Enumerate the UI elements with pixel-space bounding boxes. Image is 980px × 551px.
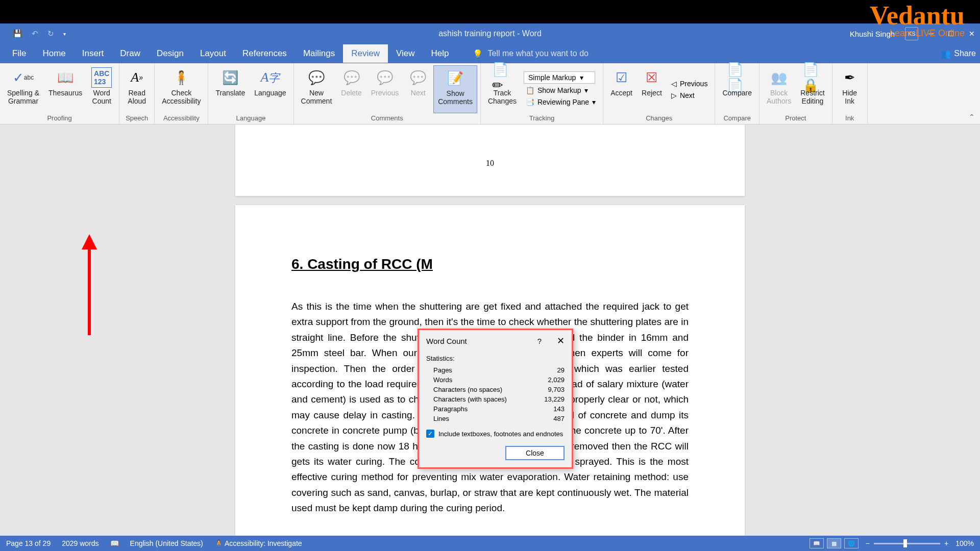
markup-dropdown[interactable]: Simple Markup ▾ [524, 71, 595, 84]
word-count-button[interactable]: ABC123Word Count [87, 65, 116, 113]
tab-home[interactable]: Home [34, 44, 74, 63]
statistics-label: Statistics: [426, 355, 565, 362]
ribbon: ✓abcSpelling & Grammar 📖Thesaurus ABC123… [0, 63, 980, 124]
tab-mailings[interactable]: Mailings [295, 44, 343, 63]
previous-change-button[interactable]: ◁ Previous [669, 79, 709, 89]
tab-design[interactable]: Design [149, 44, 192, 63]
stat-words: Words2,029 [426, 375, 565, 385]
next-comment-icon: 💬 [408, 67, 428, 88]
accept-button[interactable]: ☑Accept [606, 65, 636, 113]
tab-view[interactable]: View [388, 44, 423, 63]
prev-comment-icon: 💬 [375, 67, 395, 88]
stat-pages: Pages29 [426, 365, 565, 375]
next-change-button[interactable]: ▷ Next [669, 90, 709, 101]
tab-layout[interactable]: Layout [192, 44, 234, 63]
collapse-ribbon-icon[interactable]: ⌃ [969, 113, 975, 121]
check-accessibility-button[interactable]: 🧍Check Accessibility [158, 65, 205, 113]
show-comments-icon: 📝 [445, 68, 465, 88]
group-label-accessibility: Accessibility [158, 113, 205, 123]
previous-comment-button[interactable]: 💬Previous [367, 65, 403, 113]
close-window-icon[interactable]: ✕ [969, 30, 975, 38]
block-authors-button: 👥Block Authors [763, 65, 795, 113]
dialog-close-icon[interactable]: ✕ [557, 335, 565, 346]
track-changes-button[interactable]: 📄✏Track Changes [484, 65, 521, 113]
redo-icon[interactable]: ↻ [47, 29, 54, 38]
print-layout-icon[interactable]: ▦ [827, 538, 841, 548]
zoom-in-icon[interactable]: + [944, 539, 948, 547]
stat-chars-no-spaces: Characters (no spaces)9,703 [426, 385, 565, 394]
new-comment-button[interactable]: 💬New Comment [297, 65, 336, 113]
save-icon[interactable]: 💾 [13, 29, 22, 38]
document-area[interactable]: 10 6. Casting of RCC (M As this is the t… [0, 124, 980, 536]
compare-button[interactable]: 📄📄Compare [718, 65, 756, 113]
status-words[interactable]: 2029 words [62, 539, 99, 547]
share-icon: 👥 [941, 49, 951, 59]
include-textboxes-checkbox[interactable]: ✓ Include textboxes, footnotes and endno… [426, 430, 565, 438]
tab-help[interactable]: Help [423, 44, 457, 63]
language-icon: A字 [260, 67, 280, 88]
block-authors-icon: 👥 [769, 67, 789, 88]
page-number: 10 [486, 159, 494, 168]
hide-ink-icon: ✒ [840, 67, 860, 88]
restrict-editing-button[interactable]: 📄🔒Restrict Editing [796, 65, 828, 113]
dialog-help-icon[interactable]: ? [537, 337, 542, 345]
compare-icon: 📄📄 [727, 67, 747, 88]
thesaurus-button[interactable]: 📖Thesaurus [44, 65, 86, 113]
thesaurus-icon: 📖 [55, 67, 76, 88]
undo-icon[interactable]: ↶ [32, 29, 38, 38]
tab-insert[interactable]: Insert [74, 44, 112, 63]
zoom-level[interactable]: 100% [955, 539, 974, 547]
next-comment-button[interactable]: 💬Next [404, 65, 432, 113]
group-label-comments: Comments [297, 113, 477, 123]
document-title: ashish training report - Word [438, 29, 542, 38]
accessibility-icon: 🧍 [171, 67, 191, 88]
tab-file[interactable]: File [4, 44, 34, 63]
zoom-slider[interactable]: − + [866, 539, 948, 547]
qat-customize-icon[interactable]: ▾ [63, 31, 66, 37]
read-mode-icon[interactable]: 📖 [810, 538, 824, 548]
read-aloud-button[interactable]: A»Read Aloud [122, 65, 151, 113]
reviewing-pane-button[interactable]: 📑 Reviewing Pane ▾ [524, 97, 598, 107]
lightbulb-icon: 💡 [473, 49, 483, 59]
spelling-grammar-button[interactable]: ✓abcSpelling & Grammar [3, 65, 43, 113]
group-label-proofing: Proofing [3, 113, 116, 123]
title-bar: 💾 ↶ ↻ ▾ ashish training report - Word Kh… [0, 23, 980, 44]
checkbox-checked-icon: ✓ [426, 430, 434, 438]
group-label-language: Language [211, 113, 290, 123]
status-accessibility[interactable]: 🧍 Accessibility: Investigate [214, 539, 302, 547]
document-heading: 6. Casting of RCC (M [291, 256, 689, 272]
word-count-dialog: Word Count ? ✕ Statistics: Pages29 Words… [418, 329, 573, 469]
group-label-changes: Changes [606, 113, 712, 123]
translate-button[interactable]: 🔄Translate [211, 65, 249, 113]
restrict-icon: 📄🔒 [802, 67, 823, 88]
dialog-close-button[interactable]: Close [505, 446, 565, 460]
share-button[interactable]: 👥 Share [941, 49, 976, 59]
reject-button[interactable]: ☒Reject [638, 65, 666, 113]
annotation-arrow [87, 234, 97, 336]
status-language[interactable]: English (United States) [130, 539, 203, 547]
delete-comment-button[interactable]: 💬Delete [337, 65, 365, 113]
group-label-compare: Compare [718, 113, 756, 123]
zoom-out-icon[interactable]: − [866, 539, 870, 547]
language-button[interactable]: A字Language [250, 65, 290, 113]
tab-review[interactable]: Review [343, 44, 388, 63]
show-comments-button[interactable]: 📝Show Comments [433, 65, 477, 113]
page-previous: 10 [235, 124, 745, 196]
new-comment-icon: 💬 [306, 67, 327, 88]
delete-comment-icon: 💬 [341, 67, 362, 88]
ribbon-tabs: File Home Insert Draw Design Layout Refe… [0, 44, 980, 63]
tab-draw[interactable]: Draw [112, 44, 149, 63]
status-spellcheck-icon[interactable]: 📖 [110, 539, 119, 547]
reject-icon: ☒ [642, 67, 662, 88]
word-count-icon: ABC123 [91, 67, 112, 88]
spelling-icon: ✓abc [13, 67, 34, 88]
group-label-tracking: Tracking [484, 113, 600, 123]
group-label-ink: Ink [836, 113, 864, 123]
tab-references[interactable]: References [234, 44, 295, 63]
web-layout-icon[interactable]: 🌐 [844, 538, 859, 548]
tell-me-search[interactable]: 💡 Tell me what you want to do [473, 49, 589, 59]
stat-chars-with-spaces: Characters (with spaces)13,229 [426, 394, 565, 404]
status-page[interactable]: Page 13 of 29 [6, 539, 51, 547]
show-markup-button[interactable]: 📋 Show Markup ▾ [524, 85, 598, 95]
hide-ink-button[interactable]: ✒Hide Ink [836, 65, 864, 113]
